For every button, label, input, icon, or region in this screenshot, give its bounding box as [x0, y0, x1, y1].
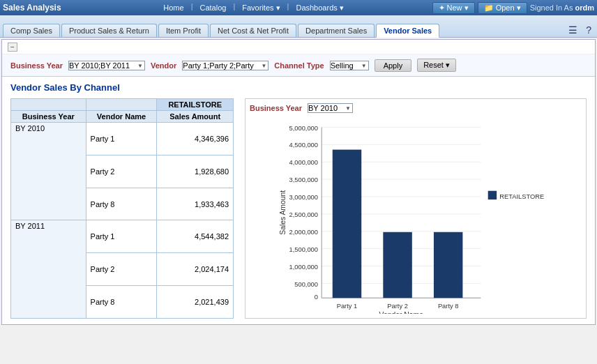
tab-comp-sales[interactable]: Comp Sales — [3, 24, 60, 37]
apply-button[interactable]: Apply — [375, 59, 412, 72]
table-row-vendor: Party 8 — [86, 286, 157, 319]
svg-text:3,000,000: 3,000,000 — [289, 194, 319, 201]
tab-actions: ☰ ? — [566, 24, 594, 37]
svg-text:500,000: 500,000 — [294, 281, 318, 288]
chart-container: Business Year BY 2010 BY 2011 5,000,000 … — [245, 98, 587, 319]
col-sales-amount: Sales Amount — [157, 111, 234, 123]
table-row-year: BY 2011 — [11, 220, 86, 319]
tab-dept-sales[interactable]: Department Sales — [298, 24, 375, 37]
top-nav: Sales Analysis Home | Catalog | Favorite… — [0, 0, 597, 15]
tab-bar: Comp Sales Product Sales & Return Item P… — [0, 15, 597, 38]
collapse-row: − — [2, 40, 595, 54]
svg-text:Party 1: Party 1 — [337, 303, 358, 310]
svg-text:1,500,000: 1,500,000 — [289, 246, 319, 253]
table-row-amount: 4,346,396 — [157, 123, 234, 156]
main-content: − Business Year BY 2010;BY 2011 BY 2010 … — [1, 39, 596, 325]
table-row-amount: 1,928,680 — [157, 155, 234, 188]
svg-text:4,500,000: 4,500,000 — [289, 142, 319, 149]
chart-area: 5,000,000 4,500,000 4,000,000 3,500,000 … — [250, 119, 582, 314]
data-table: RETAILSTORE Business Year Vendor Name Sa… — [10, 98, 234, 319]
svg-text:RETAILSTORE: RETAILSTORE — [499, 193, 544, 200]
nav-catalog[interactable]: Catalog — [195, 2, 232, 14]
nav-home[interactable]: Home — [158, 2, 189, 14]
table-row-amount: 1,933,463 — [157, 188, 234, 220]
collapse-button[interactable]: − — [8, 43, 17, 52]
tab-vendor-sales[interactable]: Vendor Sales — [376, 24, 439, 38]
svg-text:Party 8: Party 8 — [438, 303, 459, 310]
svg-text:1,000,000: 1,000,000 — [289, 264, 319, 271]
business-year-label: Business Year — [10, 61, 63, 70]
chart-filter-row: Business Year BY 2010 BY 2011 — [250, 103, 582, 113]
table-row: BY 2011Party 14,544,382 — [11, 220, 234, 253]
table-row-vendor: Party 1 — [86, 123, 157, 156]
nav-dashboards[interactable]: Dashboards ▾ — [290, 2, 349, 14]
help-icon[interactable]: ? — [583, 24, 594, 36]
table-row-vendor: Party 1 — [86, 220, 157, 253]
table-row-year: BY 2010 — [11, 123, 86, 220]
chart-year-select[interactable]: BY 2010 BY 2011 — [308, 103, 353, 113]
business-year-select-wrapper: BY 2010;BY 2011 BY 2010 BY 2011 — [68, 61, 145, 70]
table-row: BY 2010Party 14,346,396 — [11, 123, 234, 156]
open-button[interactable]: 📁 Open ▾ — [478, 2, 527, 14]
table-row-amount: 2,024,174 — [157, 253, 234, 286]
content-area: RETAILSTORE Business Year Vendor Name Sa… — [2, 96, 595, 324]
retailstore-header: RETAILSTORE — [157, 99, 234, 111]
bar-party2 — [383, 232, 411, 298]
chart-year-select-wrapper: BY 2010 BY 2011 — [308, 103, 353, 113]
vendor-select[interactable]: Party 1;Party 2;Party Party 1 Party 2 Pa… — [182, 61, 269, 70]
svg-text:3,500,000: 3,500,000 — [289, 176, 319, 183]
tab-item-profit[interactable]: Item Profit — [158, 24, 209, 37]
table-row-amount: 2,021,439 — [157, 286, 234, 319]
filter-row: Business Year BY 2010;BY 2011 BY 2010 BY… — [2, 54, 595, 77]
bar-party1 — [333, 150, 361, 298]
svg-text:2,500,000: 2,500,000 — [289, 211, 319, 218]
bar-chart-svg: 5,000,000 4,500,000 4,000,000 3,500,000 … — [250, 119, 582, 314]
svg-text:5,000,000: 5,000,000 — [289, 125, 319, 132]
nav-links: Home | Catalog | Favorites ▾ | Dashboard… — [75, 2, 432, 14]
table-row-amount: 4,544,382 — [157, 220, 234, 253]
channel-type-select[interactable]: Selling Buying — [330, 61, 369, 70]
new-button[interactable]: ✦ New ▾ — [432, 2, 475, 14]
svg-text:4,000,000: 4,000,000 — [289, 159, 319, 166]
svg-text:2,000,000: 2,000,000 — [289, 229, 319, 236]
nav-right: ✦ New ▾ 📁 Open ▾ Signed In As ordm — [432, 2, 595, 14]
col-business-year: Business Year — [11, 111, 86, 123]
tab-product-sales[interactable]: Product Sales & Return — [61, 24, 157, 37]
svg-text:Vendor Name: Vendor Name — [379, 311, 424, 314]
app-title: Sales Analysis — [3, 3, 61, 13]
table-row-vendor: Party 2 — [86, 253, 157, 286]
svg-text:0: 0 — [315, 294, 318, 301]
col-vendor-name: Vendor Name — [86, 111, 157, 123]
svg-text:Sales Amount: Sales Amount — [279, 190, 287, 235]
section-title: Vendor Sales By Channel — [2, 77, 595, 96]
table-row-vendor: Party 8 — [86, 188, 157, 220]
svg-rect-29 — [488, 191, 497, 199]
signed-in-label: Signed In As ordm — [530, 3, 594, 12]
business-year-select[interactable]: BY 2010;BY 2011 BY 2010 BY 2011 — [68, 61, 145, 70]
channel-type-select-wrapper: Selling Buying — [330, 61, 369, 70]
tab-net-cost[interactable]: Net Cost & Net Profit — [210, 24, 296, 37]
chart-year-label: Business Year — [250, 104, 302, 112]
reset-button[interactable]: Reset ▾ — [417, 59, 456, 72]
bar-party8 — [434, 232, 462, 298]
vendor-select-wrapper: Party 1;Party 2;Party Party 1 Party 2 Pa… — [182, 61, 269, 70]
table-row-vendor: Party 2 — [86, 155, 157, 188]
nav-favorites[interactable]: Favorites ▾ — [236, 2, 285, 14]
settings-icon[interactable]: ☰ — [566, 24, 580, 36]
svg-text:Party 2: Party 2 — [387, 303, 408, 310]
vendor-label: Vendor — [151, 61, 176, 70]
channel-type-label: Channel Type — [274, 61, 324, 70]
